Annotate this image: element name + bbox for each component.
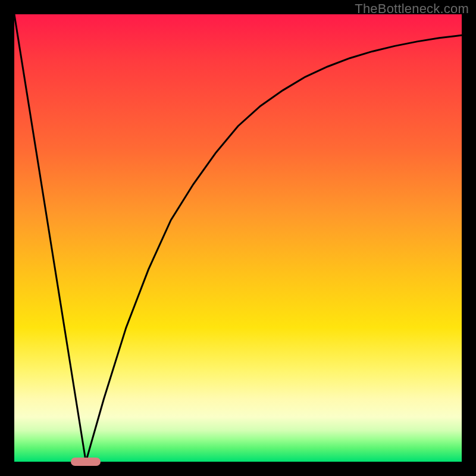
chart-container: TheBottleneck.com xyxy=(0,0,476,476)
bottleneck-marker xyxy=(71,458,101,466)
plot-area xyxy=(14,14,462,462)
curve-svg xyxy=(14,14,462,462)
left-line xyxy=(14,14,86,462)
right-curve xyxy=(86,35,462,462)
